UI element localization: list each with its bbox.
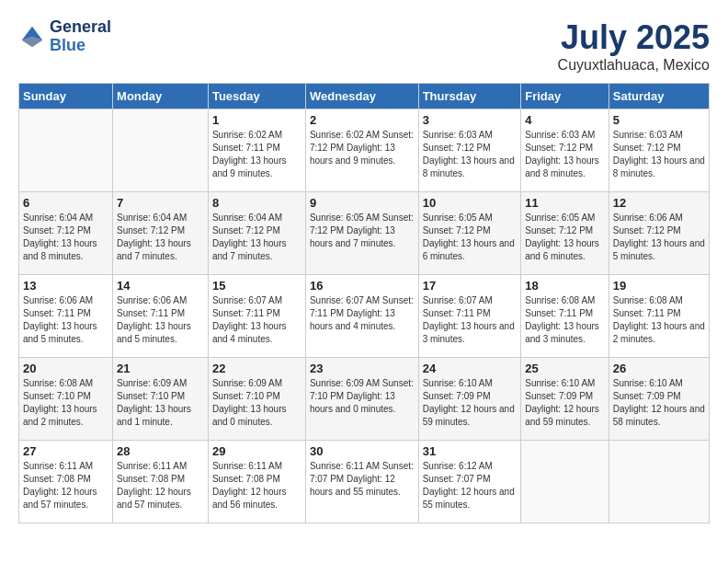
day-number: 30: [310, 444, 415, 458]
day-detail: Sunrise: 6:08 AM Sunset: 7:11 PM Dayligh…: [613, 294, 705, 346]
day-number: 27: [23, 444, 108, 458]
calendar-cell: 13Sunrise: 6:06 AM Sunset: 7:11 PM Dayli…: [19, 275, 113, 358]
day-of-week-header: Friday: [521, 84, 609, 109]
calendar-cell: 30Sunrise: 6:11 AM Sunset: 7:07 PM Dayli…: [305, 441, 418, 523]
day-number: 20: [23, 362, 108, 375]
calendar-cell: 22Sunrise: 6:09 AM Sunset: 7:10 PM Dayli…: [208, 358, 305, 441]
calendar-week-row: 1Sunrise: 6:02 AM Sunset: 7:11 PM Daylig…: [19, 109, 710, 192]
month-title: July 2025: [558, 18, 710, 57]
calendar-cell: 21Sunrise: 6:09 AM Sunset: 7:10 PM Dayli…: [113, 358, 209, 441]
day-detail: Sunrise: 6:04 AM Sunset: 7:12 PM Dayligh…: [117, 212, 204, 263]
calendar-cell: 2Sunrise: 6:02 AM Sunset: 7:12 PM Daylig…: [305, 109, 418, 192]
day-number: 13: [23, 279, 108, 293]
day-number: 9: [310, 196, 415, 210]
calendar-cell: 14Sunrise: 6:06 AM Sunset: 7:11 PM Dayli…: [113, 275, 209, 358]
calendar-cell: 26Sunrise: 6:10 AM Sunset: 7:09 PM Dayli…: [609, 358, 709, 441]
day-detail: Sunrise: 6:02 AM Sunset: 7:11 PM Dayligh…: [212, 129, 301, 180]
calendar-cell: 27Sunrise: 6:11 AM Sunset: 7:08 PM Dayli…: [19, 441, 113, 523]
logo-icon: [18, 23, 46, 51]
calendar-cell: 29Sunrise: 6:11 AM Sunset: 7:08 PM Dayli…: [208, 441, 305, 523]
day-number: 26: [613, 362, 705, 375]
day-detail: Sunrise: 6:12 AM Sunset: 7:07 PM Dayligh…: [423, 460, 518, 511]
logo-text-line2: Blue: [50, 37, 111, 55]
day-number: 3: [423, 113, 518, 127]
day-detail: Sunrise: 6:06 AM Sunset: 7:12 PM Dayligh…: [613, 212, 705, 263]
day-number: 14: [117, 279, 204, 293]
day-number: 1: [212, 113, 301, 127]
day-number: 4: [525, 113, 605, 127]
day-detail: Sunrise: 6:10 AM Sunset: 7:09 PM Dayligh…: [613, 377, 705, 429]
day-number: 10: [423, 196, 518, 210]
calendar-cell: 15Sunrise: 6:07 AM Sunset: 7:11 PM Dayli…: [208, 275, 305, 358]
calendar-week-row: 27Sunrise: 6:11 AM Sunset: 7:08 PM Dayli…: [19, 441, 710, 523]
day-number: 6: [23, 196, 108, 210]
day-detail: Sunrise: 6:03 AM Sunset: 7:12 PM Dayligh…: [525, 129, 605, 180]
day-of-week-header: Monday: [113, 84, 209, 109]
calendar-header-row: SundayMondayTuesdayWednesdayThursdayFrid…: [19, 84, 710, 109]
calendar-cell: 9Sunrise: 6:05 AM Sunset: 7:12 PM Daylig…: [305, 192, 418, 275]
day-number: 16: [310, 279, 415, 293]
day-detail: Sunrise: 6:04 AM Sunset: 7:12 PM Dayligh…: [23, 212, 108, 263]
calendar-week-row: 20Sunrise: 6:08 AM Sunset: 7:10 PM Dayli…: [19, 358, 710, 441]
day-detail: Sunrise: 6:11 AM Sunset: 7:08 PM Dayligh…: [212, 460, 301, 511]
calendar-cell: 11Sunrise: 6:05 AM Sunset: 7:12 PM Dayli…: [521, 192, 609, 275]
day-detail: Sunrise: 6:07 AM Sunset: 7:11 PM Dayligh…: [212, 294, 301, 346]
day-number: 23: [310, 362, 415, 375]
day-number: 15: [212, 279, 301, 293]
calendar-cell: [113, 109, 209, 192]
day-number: 8: [212, 196, 301, 210]
calendar-cell: 16Sunrise: 6:07 AM Sunset: 7:11 PM Dayli…: [305, 275, 418, 358]
day-detail: Sunrise: 6:08 AM Sunset: 7:11 PM Dayligh…: [525, 294, 605, 346]
calendar-cell: 31Sunrise: 6:12 AM Sunset: 7:07 PM Dayli…: [418, 441, 521, 523]
day-number: 21: [117, 362, 204, 375]
calendar-cell: 8Sunrise: 6:04 AM Sunset: 7:12 PM Daylig…: [208, 192, 305, 275]
day-number: 31: [423, 444, 518, 458]
day-detail: Sunrise: 6:07 AM Sunset: 7:11 PM Dayligh…: [310, 294, 415, 333]
day-detail: Sunrise: 6:10 AM Sunset: 7:09 PM Dayligh…: [423, 377, 518, 429]
day-detail: Sunrise: 6:11 AM Sunset: 7:08 PM Dayligh…: [23, 460, 108, 511]
calendar-cell: 3Sunrise: 6:03 AM Sunset: 7:12 PM Daylig…: [418, 109, 521, 192]
day-of-week-header: Sunday: [19, 84, 113, 109]
day-number: 2: [310, 113, 415, 127]
calendar-cell: 10Sunrise: 6:05 AM Sunset: 7:12 PM Dayli…: [418, 192, 521, 275]
day-number: 24: [423, 362, 518, 375]
day-detail: Sunrise: 6:11 AM Sunset: 7:08 PM Dayligh…: [117, 460, 204, 511]
day-number: 12: [613, 196, 705, 210]
calendar-cell: [521, 441, 609, 523]
calendar-cell: 20Sunrise: 6:08 AM Sunset: 7:10 PM Dayli…: [19, 358, 113, 441]
calendar-cell: 7Sunrise: 6:04 AM Sunset: 7:12 PM Daylig…: [113, 192, 209, 275]
day-detail: Sunrise: 6:05 AM Sunset: 7:12 PM Dayligh…: [423, 212, 518, 263]
day-number: 19: [613, 279, 705, 293]
calendar-table: SundayMondayTuesdayWednesdayThursdayFrid…: [18, 83, 710, 523]
calendar-cell: 28Sunrise: 6:11 AM Sunset: 7:08 PM Dayli…: [113, 441, 209, 523]
calendar-cell: 25Sunrise: 6:10 AM Sunset: 7:09 PM Dayli…: [521, 358, 609, 441]
day-detail: Sunrise: 6:11 AM Sunset: 7:07 PM Dayligh…: [310, 460, 415, 499]
day-number: 11: [525, 196, 605, 210]
day-detail: Sunrise: 6:05 AM Sunset: 7:12 PM Dayligh…: [310, 212, 415, 250]
calendar-cell: [609, 441, 709, 523]
calendar-week-row: 13Sunrise: 6:06 AM Sunset: 7:11 PM Dayli…: [19, 275, 710, 358]
calendar-cell: 24Sunrise: 6:10 AM Sunset: 7:09 PM Dayli…: [418, 358, 521, 441]
logo: General Blue: [18, 18, 111, 55]
calendar-cell: 4Sunrise: 6:03 AM Sunset: 7:12 PM Daylig…: [521, 109, 609, 192]
day-detail: Sunrise: 6:02 AM Sunset: 7:12 PM Dayligh…: [310, 129, 415, 167]
day-of-week-header: Thursday: [418, 84, 521, 109]
day-detail: Sunrise: 6:04 AM Sunset: 7:12 PM Dayligh…: [212, 212, 301, 263]
day-detail: Sunrise: 6:09 AM Sunset: 7:10 PM Dayligh…: [212, 377, 301, 429]
day-number: 28: [117, 444, 204, 458]
calendar-cell: 17Sunrise: 6:07 AM Sunset: 7:11 PM Dayli…: [418, 275, 521, 358]
day-detail: Sunrise: 6:03 AM Sunset: 7:12 PM Dayligh…: [613, 129, 705, 180]
day-number: 29: [212, 444, 301, 458]
calendar-cell: 6Sunrise: 6:04 AM Sunset: 7:12 PM Daylig…: [19, 192, 113, 275]
day-number: 18: [525, 279, 605, 293]
day-of-week-header: Tuesday: [208, 84, 305, 109]
day-detail: Sunrise: 6:08 AM Sunset: 7:10 PM Dayligh…: [23, 377, 108, 429]
day-detail: Sunrise: 6:09 AM Sunset: 7:10 PM Dayligh…: [310, 377, 415, 416]
day-of-week-header: Saturday: [609, 84, 709, 109]
day-detail: Sunrise: 6:07 AM Sunset: 7:11 PM Dayligh…: [423, 294, 518, 346]
day-number: 25: [525, 362, 605, 375]
day-detail: Sunrise: 6:05 AM Sunset: 7:12 PM Dayligh…: [525, 212, 605, 263]
calendar-cell: 23Sunrise: 6:09 AM Sunset: 7:10 PM Dayli…: [305, 358, 418, 441]
logo-text-line1: General: [50, 18, 111, 37]
calendar-cell: [19, 109, 113, 192]
